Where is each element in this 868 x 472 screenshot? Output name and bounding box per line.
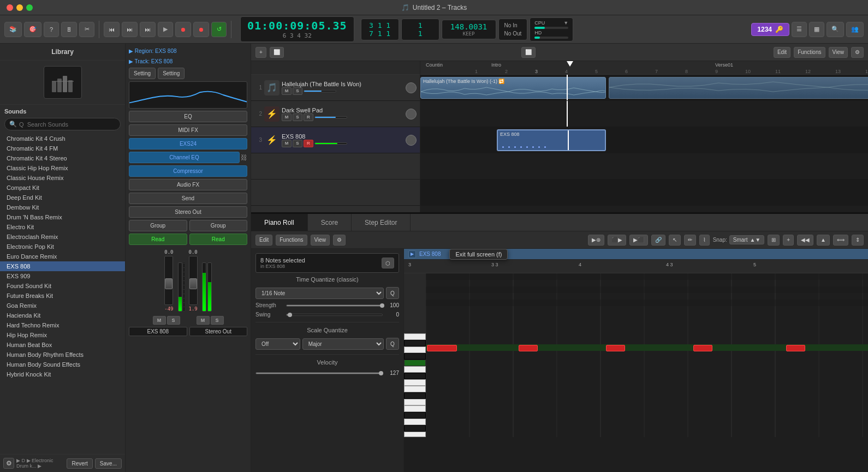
search-box[interactable]: 🔍 — [4, 118, 121, 130]
piano-key-fs0[interactable] — [404, 392, 426, 399]
sound-item-dembow[interactable]: Dembow Kit — [0, 202, 125, 212]
tracks-view-btn[interactable]: ⬜ — [270, 47, 284, 58]
view-menu-btn[interactable]: View — [829, 47, 848, 58]
key-display[interactable]: 1234 🔑 — [751, 23, 789, 36]
velocity-knob[interactable] — [379, 371, 383, 375]
piano-key-a0[interactable] — [404, 379, 426, 386]
sound-item-hacienda[interactable]: Hacienda Kit — [0, 310, 125, 320]
skip-back-btn[interactable]: ⏭ — [140, 22, 156, 37]
piano-key-ds0[interactable] — [404, 412, 426, 419]
tracks-add-btn[interactable]: + — [255, 47, 266, 58]
pr-brush-btn[interactable]: ⌇ — [699, 235, 710, 246]
record-3[interactable]: R — [304, 140, 313, 147]
sound-item-drum-bass[interactable]: Drum 'N Bass Remix — [0, 212, 125, 222]
setting-btn-left[interactable]: Setting — [129, 68, 156, 79]
audio-region-1-ext[interactable] — [609, 77, 868, 99]
setting-btn-right[interactable]: Setting — [158, 68, 185, 79]
vol-slider-1[interactable] — [304, 90, 336, 92]
pr-tool-1[interactable]: ▶⊛ — [588, 235, 604, 246]
sound-item-human-sound[interactable]: Human Body Sound Effects — [0, 360, 125, 369]
tracks-expand-btn[interactable]: ⬜ — [521, 47, 536, 58]
pr-zoom-h-btn[interactable]: ⟺ — [833, 235, 848, 246]
sound-item-chromatic-stereo[interactable]: Chromatic Kit 4 Stereo — [0, 153, 125, 163]
audio-region-1[interactable]: Hallelujah (The Battle Is Won) (-1) 🔁 — [420, 77, 606, 99]
midi-note-4[interactable] — [693, 345, 712, 351]
quantize-select[interactable]: 1/16 Note — [255, 288, 384, 299]
piano-key-ds1[interactable] — [404, 340, 426, 346]
swing-slider[interactable] — [286, 314, 383, 316]
pr-pencil-btn[interactable]: ✏ — [684, 235, 696, 246]
notes-collapse-btn[interactable]: ⬡ — [382, 258, 394, 268]
midi-fx-btn[interactable]: MIDI FX — [129, 124, 247, 136]
users-btn[interactable]: 👥 — [846, 22, 864, 37]
piano-key-cs1[interactable] — [404, 353, 426, 360]
help-btn[interactable]: ? — [44, 22, 59, 37]
pr-prev-btn[interactable]: ◀◀ — [797, 235, 813, 246]
sound-item-classic-house[interactable]: Classic House Remix — [0, 173, 125, 183]
read-btn-left[interactable]: Read — [129, 234, 187, 245]
exs24-btn[interactable]: EXS24 — [129, 138, 247, 150]
revert-btn[interactable]: Revert — [67, 458, 92, 469]
scissors-btn[interactable]: ✂ — [79, 22, 94, 37]
vol-knob-3[interactable] — [406, 135, 417, 146]
tab-score[interactable]: Score — [308, 214, 352, 231]
audio-fx-btn[interactable]: Audio FX — [129, 179, 247, 190]
fader-right-track[interactable] — [189, 256, 198, 305]
minimize-button[interactable] — [16, 4, 23, 11]
scale-q-btn[interactable]: Q — [386, 338, 399, 350]
midi-region-1[interactable]: EXS 808 — [497, 129, 606, 151]
mute-1[interactable]: M — [282, 87, 292, 95]
search-input[interactable] — [19, 121, 116, 128]
play-btn[interactable]: ▶ — [158, 22, 173, 37]
sound-item-human-rhythm[interactable]: Human Body Rhythm Effects — [0, 350, 125, 360]
save-btn[interactable]: Save... — [95, 458, 122, 469]
tab-piano-roll[interactable]: Piano Roll — [251, 214, 308, 231]
mixer-btn[interactable]: 🎚 — [61, 22, 77, 37]
pr-edit-menu[interactable]: Edit — [255, 235, 272, 246]
midi-note-2[interactable] — [519, 345, 538, 351]
tracks-settings-btn[interactable]: ⚙ — [851, 47, 864, 58]
lib-settings-btn[interactable]: ⚙ — [3, 458, 14, 469]
sound-item-hip-hop[interactable]: Hip Hop Remix — [0, 330, 125, 340]
piano-key-f0[interactable] — [404, 399, 426, 405]
record-btn[interactable]: ⏺ — [175, 22, 191, 37]
channel-strip-btn[interactable]: ▦ — [809, 22, 824, 37]
piano-key-g0[interactable] — [404, 386, 426, 392]
edit-menu-btn[interactable]: Edit — [774, 47, 790, 58]
search-btn[interactable]: 🔍 — [827, 22, 844, 37]
fader-left-track[interactable] — [164, 256, 173, 305]
mute-3[interactable]: M — [282, 140, 292, 147]
solo-right-btn[interactable]: S — [211, 316, 224, 325]
solo-1[interactable]: S — [293, 87, 302, 95]
sound-item-chromatic-crush[interactable]: Chromatic Kit 4 Crush — [0, 134, 125, 144]
piano-key-c1-active[interactable] — [404, 360, 426, 366]
sound-item-found-sound[interactable]: Found Sound Kit — [0, 281, 125, 291]
pr-view-menu[interactable]: View — [311, 235, 330, 246]
pr-zoom-in-btn[interactable]: + — [783, 235, 794, 246]
sound-item-hard-techno[interactable]: Hard Techno Remix — [0, 320, 125, 330]
fader-left-knob[interactable] — [165, 278, 173, 289]
sound-item-classic-hiphop[interactable]: Classic Hip Hop Remix — [0, 163, 125, 173]
strength-knob[interactable] — [380, 303, 384, 308]
pr-cursor-btn[interactable]: ↖ — [669, 235, 681, 246]
cycle-btn[interactable]: ↺ — [211, 22, 227, 37]
mute-left-btn[interactable]: M — [153, 316, 166, 325]
vol-knob-1[interactable] — [406, 82, 417, 93]
piano-key-d0[interactable] — [404, 419, 426, 425]
grid-notes[interactable]: C1 — [426, 273, 868, 437]
eq-btn[interactable]: EQ — [129, 111, 247, 122]
sound-item-deep-end[interactable]: Deep End Kit — [0, 193, 125, 202]
midi-note-1[interactable] — [427, 345, 457, 351]
group-btn-left[interactable]: Group — [129, 220, 187, 231]
pr-zoom-v-btn[interactable]: ⇕ — [852, 235, 864, 246]
compressor-btn[interactable]: Compressor — [129, 165, 247, 177]
vol-knob-2[interactable] — [406, 109, 417, 120]
piano-key-bb0[interactable] — [404, 373, 426, 379]
sound-item-electronic-pop[interactable]: Electronic Pop Kit — [0, 242, 125, 252]
velocity-slider[interactable] — [255, 372, 383, 374]
sound-item-electroclash[interactable]: Electroclash Remix — [0, 232, 125, 242]
sound-item-future-breaks[interactable]: Future Breaks Kit — [0, 291, 125, 301]
swing-knob[interactable] — [288, 313, 292, 317]
pr-tool-2[interactable]: ⬛▶ — [608, 235, 626, 246]
pr-link-btn[interactable]: 🔗 — [651, 235, 665, 246]
